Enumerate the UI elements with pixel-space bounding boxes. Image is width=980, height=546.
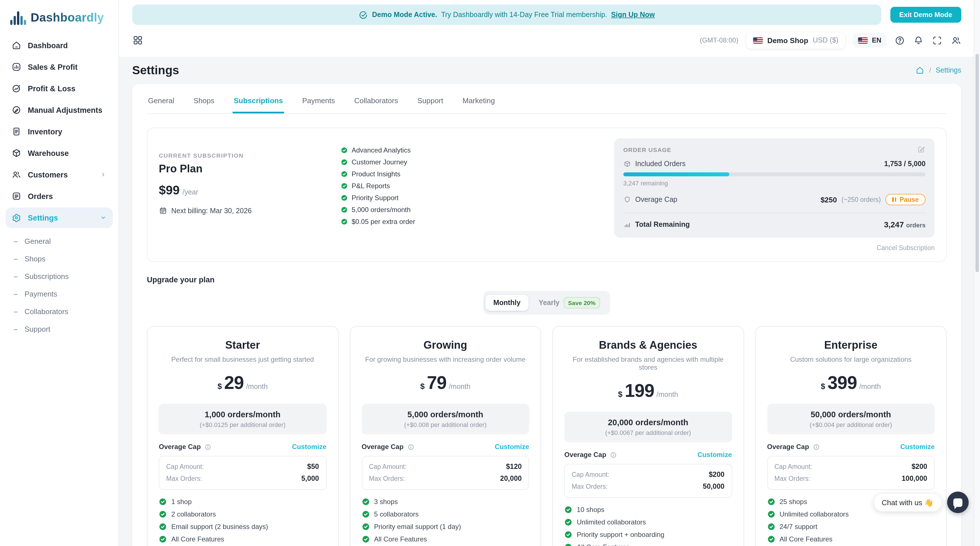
tab-collaborators[interactable]: Collaborators: [353, 94, 399, 113]
sidebar-subitem-subscriptions[interactable]: Subscriptions: [6, 268, 113, 285]
chat-pill[interactable]: Chat with us 👋: [873, 494, 942, 511]
tab-subscriptions[interactable]: Subscriptions: [232, 94, 284, 113]
plan-feature-item: Priority email support (1 day): [361, 523, 529, 531]
sidebar-subitem-support[interactable]: Support: [6, 321, 113, 338]
sidebar-item-label: Orders: [28, 192, 107, 200]
plan-period: /month: [657, 390, 678, 398]
sidebar-item-settings[interactable]: Settings: [6, 208, 113, 228]
page-title: Settings: [132, 63, 179, 77]
plan-feature-label: 10 shops: [577, 506, 604, 514]
customize-link[interactable]: Customize: [900, 443, 935, 451]
plan-description: Custom solutions for large organizations: [767, 356, 935, 363]
shop-selector[interactable]: Demo Shop USD ($): [746, 32, 845, 48]
plan-card-brands-agencies: Brands & AgenciesFor established brands …: [552, 326, 744, 546]
scrollbar-track[interactable]: [974, 0, 980, 546]
plan-amount: 399: [827, 373, 857, 394]
fullscreen-icon[interactable]: [932, 35, 943, 46]
edit-icon[interactable]: [917, 145, 926, 154]
toggle-yearly-label: Yearly: [539, 299, 560, 307]
apps-grid-icon[interactable]: [132, 35, 143, 46]
check-filled-icon: [341, 206, 348, 213]
check-filled-icon: [361, 498, 369, 506]
current-feature-item: P&L Reports: [341, 182, 600, 190]
sidebar-nav: DashboardSales & ProfitProfit & LossManu…: [6, 35, 113, 228]
customize-link[interactable]: Customize: [292, 443, 326, 451]
sidebar-subitem-collaborators[interactable]: Collaborators: [6, 303, 113, 321]
tab-marketing[interactable]: Marketing: [461, 94, 496, 113]
sidebar-item-manual-adjustments[interactable]: Manual Adjustments: [6, 100, 113, 120]
profile-users-icon[interactable]: [950, 35, 961, 46]
current-feature-item: Advanced Analytics: [341, 146, 600, 154]
current-subscription-section: CURRENT SUBSCRIPTION Pro Plan $99 /year …: [147, 128, 947, 262]
scrollbar-thumb[interactable]: [975, 54, 979, 272]
plan-description: For established brands and agencies with…: [564, 356, 732, 371]
max-orders-label: Max Orders:: [166, 473, 202, 485]
plan-feature-label: All Core Features: [780, 535, 832, 543]
plan-cap-box: Cap Amount:$120Max Orders:20,000: [361, 456, 529, 490]
bar-chart-icon: [623, 221, 631, 229]
order-usage: ORDER USAGE Included Orders 1,753 / 5,00…: [614, 138, 935, 251]
tab-support[interactable]: Support: [416, 94, 444, 113]
check-filled-icon: [767, 510, 775, 518]
sidebar-item-sales-profit[interactable]: Sales & Profit: [6, 57, 113, 77]
breadcrumb-settings[interactable]: Settings: [936, 66, 961, 74]
tab-general[interactable]: General: [147, 94, 175, 113]
chat-button[interactable]: [947, 492, 969, 513]
toggle-yearly[interactable]: Yearly Save 20%: [531, 293, 608, 313]
help-icon[interactable]: [894, 35, 905, 46]
included-orders-value: 1,753 / 5,000: [884, 160, 926, 168]
language-selector[interactable]: EN: [853, 33, 886, 48]
sign-up-link[interactable]: Sign Up Now: [611, 11, 655, 19]
tab-shops[interactable]: Shops: [192, 94, 216, 113]
plan-period: /month: [859, 383, 881, 390]
plan-feature-item: 3 shops: [361, 498, 529, 506]
plan-amount: 29: [224, 373, 243, 394]
max-orders-row: Max Orders:100,000: [775, 473, 927, 485]
brand-logo[interactable]: Dashboardly: [6, 8, 113, 34]
home-icon[interactable]: [916, 66, 925, 75]
tab-payments[interactable]: Payments: [301, 94, 336, 113]
sidebar-subitem-payments[interactable]: Payments: [6, 285, 113, 303]
sidebar-item-profit-loss[interactable]: Profit & Loss: [6, 78, 113, 98]
check-filled-icon: [159, 498, 167, 506]
plan-description: For growing businesses with increasing o…: [361, 356, 529, 363]
plan-price: $199/month: [564, 381, 732, 402]
sidebar-item-orders[interactable]: Orders: [6, 186, 113, 206]
customize-link[interactable]: Customize: [698, 451, 732, 459]
plan-currency: $: [821, 382, 826, 390]
current-feature-item: Customer Journey: [341, 158, 600, 166]
header-row: (GMT-08:00) Demo Shop USD ($) EN: [132, 26, 961, 54]
home-icon: [11, 40, 22, 51]
plan-feature-label: 25 shops: [780, 498, 807, 506]
toggle-monthly[interactable]: Monthly: [485, 295, 528, 311]
sidebar-item-customers[interactable]: Customers: [6, 164, 113, 185]
breadcrumb: / Settings: [916, 66, 961, 75]
sidebar-item-dashboard[interactable]: Dashboard: [6, 35, 113, 56]
app-root: Dashboardly DashboardSales & ProfitProfi…: [0, 0, 980, 546]
gear-icon: [11, 213, 22, 223]
shop-currency: USD ($): [813, 36, 838, 44]
overage-cap-note: (~250 orders): [842, 196, 881, 203]
sidebar-item-label: Customers: [28, 170, 93, 179]
sidebar-subitem-label: Subscriptions: [24, 272, 68, 281]
sidebar-subitem-label: Collaborators: [24, 307, 68, 316]
plan-card-growing: GrowingFor growing businesses with incre…: [350, 326, 541, 546]
sidebar-subitem-general[interactable]: General: [6, 232, 113, 250]
sidebar-subitem-shops[interactable]: Shops: [6, 250, 113, 268]
cancel-subscription-link[interactable]: Cancel Subscription: [614, 244, 935, 251]
plan-feature-label: Unlimited collaborators: [577, 518, 646, 526]
plan-feature-item: All Core Features: [767, 535, 935, 543]
notifications-bell-icon[interactable]: [913, 35, 924, 46]
cap-amount-value: $200: [709, 469, 724, 481]
demo-banner: Demo Mode Active. Try Dashboardly with 1…: [132, 5, 881, 25]
sidebar-item-inventory[interactable]: Inventory: [6, 121, 113, 142]
plan-orders-limit: 5,000 orders/month: [366, 410, 525, 419]
sidebar-item-warehouse[interactable]: Warehouse: [6, 143, 113, 163]
customize-link[interactable]: Customize: [495, 443, 529, 451]
exit-demo-button[interactable]: Exit Demo Mode: [890, 7, 961, 23]
plan-feature-item: All Core Features: [564, 543, 732, 546]
check-filled-icon: [341, 159, 348, 165]
current-subscription-label: CURRENT SUBSCRIPTION: [159, 152, 326, 159]
plan-name: Growing: [361, 339, 529, 352]
pause-badge[interactable]: Pause: [885, 194, 926, 205]
